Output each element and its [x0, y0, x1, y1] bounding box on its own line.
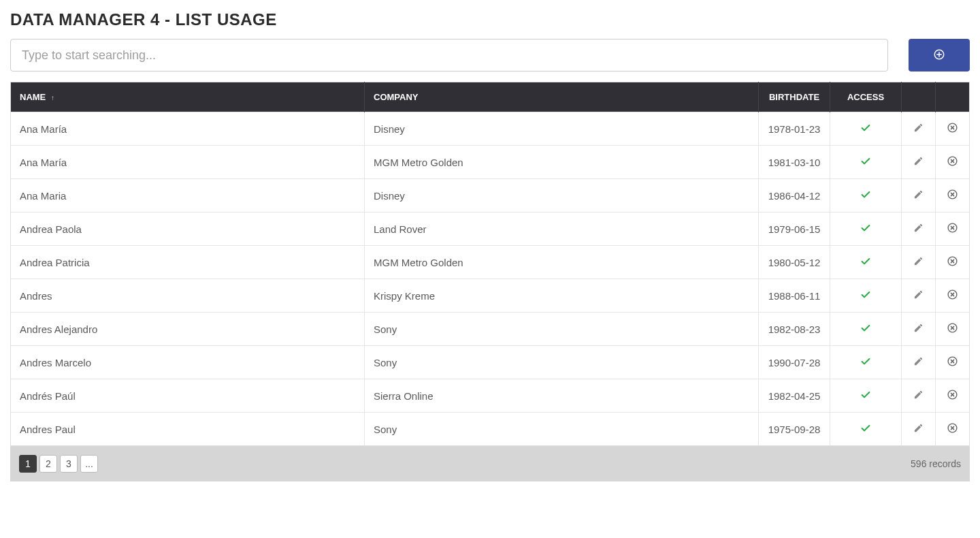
- cell-company: Sony: [365, 413, 759, 446]
- cell-name: Andrea Patricia: [11, 246, 365, 279]
- table-footer: 123... 596 records: [10, 446, 970, 481]
- cell-access: [830, 379, 902, 413]
- cell-birthdate: 1982-08-23: [759, 313, 830, 346]
- add-button[interactable]: [909, 39, 970, 72]
- pencil-icon: [913, 123, 924, 135]
- cell-company: MGM Metro Golden: [365, 146, 759, 179]
- edit-button[interactable]: [902, 146, 936, 179]
- delete-button[interactable]: [936, 379, 970, 413]
- cell-name: Ana María: [11, 112, 365, 146]
- delete-button[interactable]: [936, 212, 970, 246]
- pencil-icon: [913, 190, 924, 202]
- plus-circle-icon: [933, 48, 945, 63]
- column-header-access[interactable]: Access: [830, 82, 902, 112]
- pencil-icon: [913, 357, 924, 368]
- cell-birthdate: 1986-04-12: [759, 179, 830, 212]
- cell-access: [830, 313, 902, 346]
- edit-button[interactable]: [902, 112, 936, 146]
- check-icon: [860, 124, 871, 136]
- x-circle-icon: [947, 324, 958, 336]
- check-icon: [860, 291, 871, 302]
- cell-name: Andres: [11, 279, 365, 313]
- cell-access: [830, 212, 902, 246]
- page-button[interactable]: 2: [39, 455, 57, 473]
- record-count: 596 records: [911, 458, 961, 469]
- table-row: Andrea PatriciaMGM Metro Golden1980-05-1…: [11, 246, 970, 279]
- cell-access: [830, 112, 902, 146]
- check-icon: [860, 391, 871, 402]
- check-icon: [860, 224, 871, 236]
- page-button[interactable]: ...: [80, 455, 98, 473]
- check-icon: [860, 157, 871, 169]
- edit-button[interactable]: [902, 279, 936, 313]
- cell-access: [830, 246, 902, 279]
- cell-company: MGM Metro Golden: [365, 246, 759, 279]
- table-row: Andrés PaúlSierra Online1982-04-25: [11, 379, 970, 413]
- x-circle-icon: [947, 391, 958, 402]
- delete-button[interactable]: [936, 346, 970, 379]
- table-row: Andres PaulSony1975-09-28: [11, 413, 970, 446]
- column-header-company[interactable]: Company: [365, 82, 759, 112]
- pencil-icon: [913, 157, 924, 168]
- delete-button[interactable]: [936, 313, 970, 346]
- table-row: Ana MaríaDisney1978-01-23: [11, 112, 970, 146]
- check-icon: [860, 324, 871, 336]
- cell-company: Sierra Online: [365, 379, 759, 413]
- cell-birthdate: 1980-05-12: [759, 246, 830, 279]
- column-header-edit: [902, 82, 936, 112]
- delete-button[interactable]: [936, 413, 970, 446]
- cell-birthdate: 1979-06-15: [759, 212, 830, 246]
- edit-button[interactable]: [902, 179, 936, 212]
- cell-access: [830, 179, 902, 212]
- table-row: Ana MaríaMGM Metro Golden1981-03-10: [11, 146, 970, 179]
- table-row: Andres MarceloSony1990-07-28: [11, 346, 970, 379]
- edit-button[interactable]: [902, 212, 936, 246]
- page-button[interactable]: 1: [19, 455, 37, 473]
- data-table: Name ↑ Company Birthdate Access Ana Marí…: [10, 82, 970, 446]
- cell-company: Disney: [365, 179, 759, 212]
- delete-button[interactable]: [936, 112, 970, 146]
- x-circle-icon: [947, 291, 958, 302]
- check-icon: [860, 257, 871, 269]
- delete-button[interactable]: [936, 246, 970, 279]
- check-icon: [860, 358, 871, 369]
- page-button[interactable]: 3: [60, 455, 78, 473]
- cell-name: Ana María: [11, 146, 365, 179]
- table-row: Andrea PaolaLand Rover1979-06-15: [11, 212, 970, 246]
- pencil-icon: [913, 257, 924, 268]
- cell-birthdate: 1981-03-10: [759, 146, 830, 179]
- x-circle-icon: [947, 257, 958, 269]
- x-circle-icon: [947, 191, 958, 202]
- check-icon: [860, 424, 871, 436]
- cell-birthdate: 1990-07-28: [759, 346, 830, 379]
- column-label: Access: [847, 92, 884, 102]
- cell-access: [830, 146, 902, 179]
- table-row: AndresKrispy Kreme1988-06-11: [11, 279, 970, 313]
- delete-button[interactable]: [936, 179, 970, 212]
- column-header-name[interactable]: Name ↑: [11, 82, 365, 112]
- table-row: Andres AlejandroSony1982-08-23: [11, 313, 970, 346]
- edit-button[interactable]: [902, 413, 936, 446]
- sort-asc-icon: ↑: [51, 94, 54, 101]
- pencil-icon: [913, 323, 924, 335]
- edit-button[interactable]: [902, 313, 936, 346]
- cell-access: [830, 346, 902, 379]
- edit-button[interactable]: [902, 246, 936, 279]
- cell-name: Andrea Paola: [11, 212, 365, 246]
- cell-name: Andrés Paúl: [11, 379, 365, 413]
- column-header-birthdate[interactable]: Birthdate: [759, 82, 830, 112]
- pencil-icon: [913, 223, 924, 235]
- cell-company: Sony: [365, 313, 759, 346]
- cell-birthdate: 1978-01-23: [759, 112, 830, 146]
- cell-name: Andres Alejandro: [11, 313, 365, 346]
- delete-button[interactable]: [936, 146, 970, 179]
- cell-access: [830, 413, 902, 446]
- search-input[interactable]: [10, 39, 888, 72]
- x-circle-icon: [947, 424, 958, 436]
- table-row: Ana MariaDisney1986-04-12: [11, 179, 970, 212]
- column-header-delete: [936, 82, 970, 112]
- delete-button[interactable]: [936, 279, 970, 313]
- edit-button[interactable]: [902, 379, 936, 413]
- cell-company: Sony: [365, 346, 759, 379]
- edit-button[interactable]: [902, 346, 936, 379]
